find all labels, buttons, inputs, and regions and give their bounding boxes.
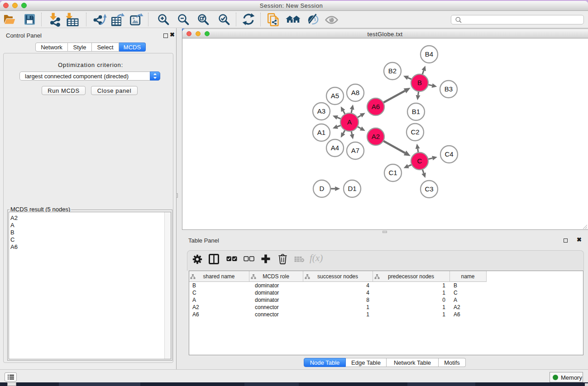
svg-text:A6: A6 <box>372 103 380 110</box>
svg-text:A1: A1 <box>317 129 325 136</box>
svg-text:B4: B4 <box>425 50 433 58</box>
svg-text:A7: A7 <box>351 147 359 154</box>
svg-text:A4: A4 <box>331 144 339 152</box>
svg-text:A: A <box>347 118 352 126</box>
svg-text:C4: C4 <box>445 150 453 158</box>
svg-text:C: C <box>417 157 422 165</box>
svg-text:B: B <box>417 79 422 86</box>
svg-text:A3: A3 <box>317 107 325 115</box>
svg-text:A5: A5 <box>331 92 339 100</box>
svg-text:C3: C3 <box>425 185 433 193</box>
svg-text:B2: B2 <box>388 67 397 75</box>
svg-text:B1: B1 <box>412 108 420 115</box>
svg-text:C1: C1 <box>388 169 397 176</box>
svg-text:A8: A8 <box>351 89 359 96</box>
svg-text:D1: D1 <box>348 185 356 192</box>
svg-text:D: D <box>320 185 325 192</box>
svg-text:B3: B3 <box>445 85 453 93</box>
svg-text:C2: C2 <box>411 128 419 136</box>
svg-text:A2: A2 <box>372 133 380 140</box>
